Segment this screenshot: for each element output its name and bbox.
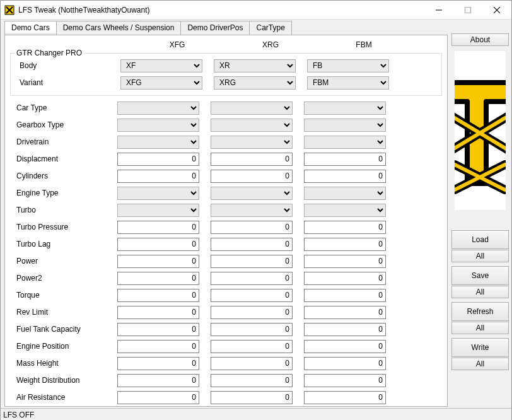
row-label: Power xyxy=(10,257,117,265)
dropdown[interactable] xyxy=(304,204,386,217)
write-button[interactable]: Write xyxy=(451,338,509,357)
tab-demo-cars[interactable]: Demo Cars xyxy=(4,21,57,35)
column-header: FBM xyxy=(317,37,410,53)
row-label: Engine Position xyxy=(10,342,117,351)
row: Turbo xyxy=(10,202,442,218)
input-field[interactable] xyxy=(211,221,293,234)
dropdown[interactable] xyxy=(117,136,199,149)
row: BodyXFXRFB xyxy=(13,57,439,74)
row: Car Type xyxy=(10,100,442,116)
dropdown[interactable]: FB xyxy=(307,59,389,73)
row-label: Variant xyxy=(13,78,120,87)
dropdown[interactable]: XRG xyxy=(214,76,296,90)
input-field[interactable] xyxy=(304,238,386,251)
dropdown[interactable] xyxy=(117,204,199,217)
write-all-button[interactable]: All xyxy=(451,358,509,370)
input-field[interactable] xyxy=(304,306,386,319)
row: Turbo Pressure xyxy=(10,219,442,235)
input-field[interactable] xyxy=(117,289,199,302)
dropdown[interactable] xyxy=(211,136,293,149)
dropdown[interactable] xyxy=(117,119,199,132)
input-field[interactable] xyxy=(211,255,293,268)
row-label: Drivetrain xyxy=(10,137,117,146)
row-label: Turbo Pressure xyxy=(10,223,117,231)
dropdown[interactable] xyxy=(211,187,293,200)
row-label: Rev Limit xyxy=(10,308,117,317)
tab-demo-driverpos[interactable]: Demo DriverPos xyxy=(180,21,250,35)
input-field[interactable] xyxy=(304,374,386,387)
dropdown[interactable] xyxy=(211,204,293,217)
input-field[interactable] xyxy=(304,153,386,166)
input-field[interactable] xyxy=(117,170,199,183)
input-field[interactable] xyxy=(211,170,293,183)
about-button[interactable]: About xyxy=(451,33,509,46)
input-field[interactable] xyxy=(304,323,386,336)
input-field[interactable] xyxy=(211,391,293,404)
input-field[interactable] xyxy=(211,374,293,387)
input-field[interactable] xyxy=(117,340,199,353)
input-field[interactable] xyxy=(211,306,293,319)
input-field[interactable] xyxy=(304,357,386,370)
row: Drivetrain xyxy=(10,134,442,150)
input-field[interactable] xyxy=(117,357,199,370)
load-all-button[interactable]: All xyxy=(451,250,509,262)
minimize-button[interactable] xyxy=(424,1,453,20)
input-field[interactable] xyxy=(211,357,293,370)
dropdown[interactable] xyxy=(304,119,386,132)
dropdown[interactable] xyxy=(304,136,386,149)
input-field[interactable] xyxy=(117,153,199,166)
dropdown[interactable]: XFG xyxy=(120,76,202,90)
dropdown[interactable] xyxy=(211,102,293,115)
column-header: XFG xyxy=(131,37,224,53)
row: Cylinders xyxy=(10,168,442,184)
dropdown[interactable] xyxy=(117,187,199,200)
input-field[interactable] xyxy=(211,323,293,336)
tab-strip: Demo CarsDemo Cars Wheels / SuspensionDe… xyxy=(4,21,448,35)
input-field[interactable] xyxy=(117,272,199,285)
input-field[interactable] xyxy=(117,306,199,319)
refresh-all-button[interactable]: All xyxy=(451,322,509,334)
maximize-button[interactable] xyxy=(453,1,482,20)
input-field[interactable] xyxy=(304,272,386,285)
status-text: LFS OFF xyxy=(3,411,34,419)
input-field[interactable] xyxy=(304,170,386,183)
dropdown[interactable] xyxy=(304,187,386,200)
input-field[interactable] xyxy=(117,221,199,234)
row-label: Fuel Tank Capacity xyxy=(10,325,117,334)
input-field[interactable] xyxy=(117,238,199,251)
input-field[interactable] xyxy=(117,255,199,268)
input-field[interactable] xyxy=(117,391,199,404)
row: Engine Type xyxy=(10,185,442,201)
input-field[interactable] xyxy=(211,289,293,302)
dropdown[interactable]: XR xyxy=(214,59,296,73)
refresh-button[interactable]: Refresh xyxy=(451,302,509,321)
dropdown[interactable] xyxy=(117,102,199,115)
app-icon xyxy=(4,5,15,15)
input-field[interactable] xyxy=(117,323,199,336)
dropdown[interactable]: XF xyxy=(120,59,202,73)
row: Gearbox Type xyxy=(10,117,442,133)
input-field[interactable] xyxy=(211,340,293,353)
input-field[interactable] xyxy=(304,289,386,302)
input-field[interactable] xyxy=(211,153,293,166)
input-field[interactable] xyxy=(304,391,386,404)
close-button[interactable] xyxy=(482,1,511,20)
dropdown[interactable] xyxy=(211,119,293,132)
input-field[interactable] xyxy=(117,374,199,387)
save-all-button[interactable]: All xyxy=(451,286,509,298)
input-field[interactable] xyxy=(211,272,293,285)
input-field[interactable] xyxy=(211,238,293,251)
row-label: Gearbox Type xyxy=(10,120,117,129)
save-button[interactable]: Save xyxy=(451,266,509,285)
input-field[interactable] xyxy=(304,221,386,234)
dropdown[interactable]: FBM xyxy=(307,76,389,90)
row-label: Car Type xyxy=(10,103,117,112)
input-field[interactable] xyxy=(304,255,386,268)
input-field[interactable] xyxy=(304,340,386,353)
tab-cartype[interactable]: CarType xyxy=(249,21,291,35)
load-button[interactable]: Load xyxy=(451,230,509,249)
dropdown[interactable] xyxy=(304,102,386,115)
tab-demo-cars-wheels-suspension[interactable]: Demo Cars Wheels / Suspension xyxy=(56,21,182,35)
row-label: Weight Distribution xyxy=(10,376,117,385)
row: Power xyxy=(10,253,442,269)
